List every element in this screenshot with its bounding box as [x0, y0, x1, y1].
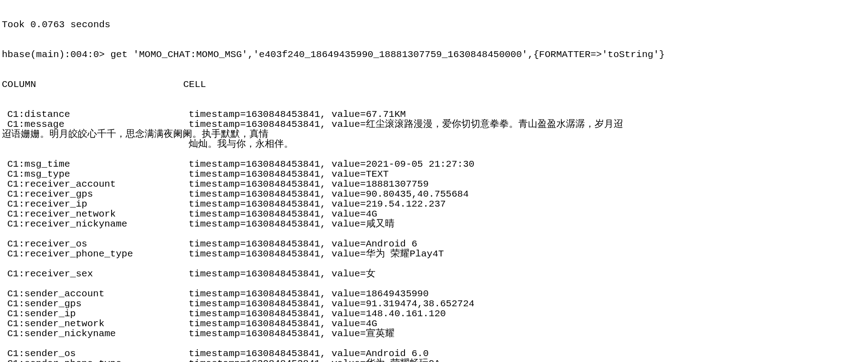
data-row: C1:distancetimestamp=1630848453841, valu…	[2, 110, 866, 120]
column-qualifier: C1:sender_gps	[2, 299, 189, 309]
cell-value: timestamp=1630848453841, value=华为 荣耀Play…	[189, 249, 866, 259]
cell-value: timestamp=1630848453841, value=华为 荣耀畅玩9A	[189, 359, 866, 362]
column-qualifier: C1:msg_type	[2, 169, 189, 179]
cell-value-wrap: 迢语姗姗。明月皎皎心千千，思念满满夜阑阑。执手默默，真情	[2, 130, 866, 140]
column-qualifier: C1:sender_network	[2, 319, 189, 329]
cell-value: timestamp=1630848453841, value=90.80435,…	[189, 189, 866, 199]
cell-value: timestamp=1630848453841, value=67.71KM	[189, 110, 866, 120]
cell-value: timestamp=1630848453841, value=Android 6	[189, 239, 866, 249]
blank-line	[2, 229, 866, 239]
cell-value: timestamp=1630848453841, value=91.319474…	[189, 299, 866, 309]
column-qualifier: C1:receiver_account	[2, 179, 189, 189]
column-qualifier: C1:sender_os	[2, 349, 189, 359]
blank-line	[2, 259, 866, 269]
column-qualifier: C1:sender_account	[2, 289, 189, 299]
header-cell: CELL	[183, 80, 866, 90]
column-qualifier: C1:distance	[2, 110, 189, 120]
cell-value: timestamp=1630848453841, value=咸又晴	[189, 219, 866, 229]
column-qualifier: C1:receiver_os	[2, 239, 189, 249]
column-qualifier: C1:receiver_network	[2, 209, 189, 219]
data-row: C1:messagetimestamp=1630848453841, value…	[2, 120, 866, 130]
column-qualifier: C1:sender_phone_type	[2, 359, 189, 362]
cell-value: timestamp=1630848453841, value=宣英耀	[189, 329, 866, 339]
data-row: C1:receiver_phone_typetimestamp=16308484…	[2, 249, 866, 259]
column-qualifier: C1:receiver_ip	[2, 199, 189, 209]
data-row: C1:receiver_ostimestamp=1630848453841, v…	[2, 239, 866, 249]
data-row: C1:receiver_gpstimestamp=1630848453841, …	[2, 189, 866, 199]
cell-value: timestamp=1630848453841, value=2021-09-0…	[189, 159, 866, 169]
cell-value: timestamp=1630848453841, value=红尘滚滚路漫漫，爱…	[189, 120, 866, 130]
cell-value: timestamp=1630848453841, value=4G	[189, 209, 866, 219]
data-row: C1:receiver_networktimestamp=16308484538…	[2, 209, 866, 219]
data-row: C1:receiver_accounttimestamp=16308484538…	[2, 179, 866, 189]
blank-line	[2, 339, 866, 349]
data-row: C1:msg_typetimestamp=1630848453841, valu…	[2, 169, 866, 179]
cell-value-continuation: 灿灿。我与你，永相伴。	[2, 140, 866, 150]
cell-value: timestamp=1630848453841, value=186494359…	[189, 289, 866, 299]
data-row: C1:receiver_nickynametimestamp=163084845…	[2, 219, 866, 229]
data-row: C1:sender_phone_typetimestamp=1630848453…	[2, 359, 866, 362]
prompt-line: hbase(main):004:0> get 'MOMO_CHAT:MOMO_M…	[2, 50, 866, 60]
data-row: C1:receiver_sextimestamp=1630848453841, …	[2, 269, 866, 279]
data-row: C1:msg_timetimestamp=1630848453841, valu…	[2, 159, 866, 169]
column-qualifier: C1:receiver_nickyname	[2, 219, 189, 229]
column-qualifier: C1:receiver_phone_type	[2, 249, 189, 259]
data-row: C1:receiver_iptimestamp=1630848453841, v…	[2, 199, 866, 209]
blank-line	[2, 150, 866, 159]
cell-value: timestamp=1630848453841, value=188813077…	[189, 179, 866, 189]
header-column: COLUMN	[2, 80, 183, 90]
cell-value: timestamp=1630848453841, value=219.54.12…	[189, 199, 866, 209]
cell-value: timestamp=1630848453841, value=TEXT	[189, 169, 866, 179]
column-qualifier: C1:sender_nickyname	[2, 329, 189, 339]
blank-line	[2, 279, 866, 289]
timing-line: Took 0.0763 seconds	[2, 20, 866, 30]
column-qualifier: C1:receiver_gps	[2, 189, 189, 199]
header-row: COLUMN CELL	[2, 80, 866, 90]
terminal-output[interactable]: Took 0.0763 seconds hbase(main):004:0> g…	[0, 0, 868, 362]
data-row: C1:sender_nickynametimestamp=16308484538…	[2, 329, 866, 339]
column-qualifier: C1:sender_ip	[2, 309, 189, 319]
cell-value: timestamp=1630848453841, value=Android 6…	[189, 349, 866, 359]
data-row: C1:sender_iptimestamp=1630848453841, val…	[2, 309, 866, 319]
cell-value: timestamp=1630848453841, value=148.40.16…	[189, 309, 866, 319]
column-qualifier: C1:msg_time	[2, 159, 189, 169]
data-row: C1:sender_accounttimestamp=1630848453841…	[2, 289, 866, 299]
data-row: C1:sender_networktimestamp=1630848453841…	[2, 319, 866, 329]
cell-value: timestamp=1630848453841, value=4G	[189, 319, 866, 329]
column-qualifier: C1:message	[2, 120, 189, 130]
data-row: C1:sender_ostimestamp=1630848453841, val…	[2, 349, 866, 359]
cell-value: timestamp=1630848453841, value=女	[189, 269, 866, 279]
column-qualifier: C1:receiver_sex	[2, 269, 189, 279]
data-row: C1:sender_gpstimestamp=1630848453841, va…	[2, 299, 866, 309]
